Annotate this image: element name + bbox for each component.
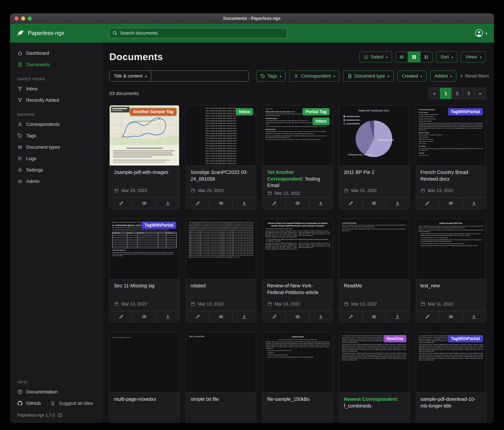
document-thumbnail[interactable]: Lorem ipsum dolor sit amet, consectetur … [339,332,409,393]
document-title[interactable]: sample-pdf-download-10-mb-longer-title [420,396,481,409]
document-card[interactable]: Lorem ipsum dolor sit amet, consectetur … [339,332,409,423]
document-title[interactable]: Sonstige ScanPC2022 03-24_081058 [191,169,252,182]
document-title[interactable]: Sec 11-Missing sig [114,283,175,289]
detail-view-button[interactable] [421,51,433,62]
pagination-page-2[interactable]: 2 [451,88,463,99]
reset-filters-button[interactable]: × Reset filters [460,73,489,79]
grid-view-button[interactable] [408,51,421,62]
document-title[interactable]: simple txt file [191,396,252,403]
edit-document-button[interactable] [110,311,133,322]
tag-badge[interactable]: Partial Tag [302,108,330,116]
document-type-filter-button[interactable]: Document type ▾ [343,71,394,82]
document-thumbnail[interactable]: This is the text that appears on the fir… [186,219,256,279]
document-thumbnail[interactable]: Patient BP Distribution 2011Normal, 232,… [339,105,409,166]
document-card[interactable]: This is a test file.simple txt file [186,332,256,423]
document-thumbnail[interactable]: Contact Sheet DemoGiven a set of image f… [339,219,409,279]
tag-badge[interactable]: Inbox [236,108,253,116]
sidebar-item-logs[interactable]: Logs [10,153,101,164]
sidebar-item-dashboard[interactable]: Dashboard [10,47,101,59]
document-card[interactable]: French Country BreadFor the Leaven:1 tea… [416,105,486,209]
sidebar-item-tags[interactable]: Tags [10,130,101,141]
tag-badge[interactable]: TagWithPartial [448,108,483,116]
sidebar-item-recently-added[interactable]: Recently Added [10,94,101,106]
document-card[interactable]: Lorem ipsum dolor sit amet, consectetur … [416,332,486,423]
document-title[interactable]: rotated [191,283,252,289]
document-thumbnail[interactable]: Lorem ipsum dolor sit amet, consectetur … [416,332,486,393]
document-title[interactable]: Yet Another Correspondent: Testing Email [267,169,328,189]
document-card[interactable]: Lorem ipsumLorem ipsum dolor sit amet, c… [262,332,333,423]
document-card[interactable]: Review of New York Federal Petitions for… [262,218,333,323]
view-document-button[interactable] [133,311,156,322]
download-document-button[interactable] [156,311,179,322]
sidebar-item-github[interactable]: GitHub [10,397,48,409]
pagination-next-button[interactable]: » [474,88,486,99]
zoom-window-button[interactable] [28,16,32,20]
document-card[interactable]: Application for Medical Staff Membership… [109,218,180,323]
document-thumbnail[interactable]: This is a test for the double space char… [186,105,256,166]
pagination-page-1[interactable]: 1 [440,88,452,99]
document-title[interactable]: Review-of-New-York-Federal-Petitions-art… [267,283,328,296]
view-document-button[interactable] [209,198,233,209]
app-brand[interactable]: Paperless-ngx [17,29,109,37]
document-card[interactable]: Release NotesSimba ODBC Driver for SQL S… [262,105,333,209]
sidebar-item-admin[interactable]: Admin [10,176,101,187]
document-thumbnail[interactable]: Review of New York Federal Petitions for… [263,219,333,279]
tag-badge[interactable]: Another Sample Tag [130,108,177,116]
tag-badge[interactable]: TagWithPartial [142,222,177,229]
sidebar-item-inbox[interactable]: Inbox [10,83,101,94]
tag-badge[interactable]: Inbox [313,118,330,125]
document-card[interactable]: Adobe Acrobat PDF FilesAdobe® Portable D… [416,218,486,323]
download-document-button[interactable] [462,198,486,209]
document-thumbnail[interactable]: Lorem ipsumLorem ipsum dolor sit amet, c… [263,332,333,393]
document-title[interactable]: 2011 BP Pie 2 [344,169,405,176]
document-title[interactable]: file-sample_150kBs [267,396,328,403]
global-search-input[interactable] [120,30,284,36]
edit-document-button[interactable] [186,198,209,209]
view-document-button[interactable] [209,311,233,322]
edit-document-button[interactable] [416,311,439,322]
close-window-button[interactable] [14,16,18,20]
document-card[interactable]: This is a test for the double space char… [186,105,256,209]
list-view-button[interactable] [395,51,408,62]
created-filter-button[interactable]: Created ▾ [397,71,427,82]
added-filter-button[interactable]: Added ▾ [430,71,456,82]
sidebar-item-correspondents[interactable]: Correspondents [10,119,101,130]
view-document-button[interactable] [133,198,156,209]
download-document-button[interactable] [386,198,409,209]
document-title[interactable]: Newest Correspondent: f_combineds [344,396,405,409]
correspondent-filter-button[interactable]: Correspondent ▾ [289,71,340,82]
edit-document-button[interactable] [263,198,286,209]
tag-badge[interactable]: TagWithPartial [448,335,483,343]
pagination-prev-button[interactable]: « [429,88,440,99]
select-button[interactable]: Select ▾ [359,51,392,62]
global-search[interactable] [109,28,287,38]
view-document-button[interactable] [439,198,462,209]
document-title[interactable]: multi-page-mixedxx [114,396,175,403]
views-button[interactable]: Views ▾ [461,51,486,62]
user-menu[interactable]: ▾ [475,29,487,37]
document-thumbnail[interactable]: French Country BreadFor the Leaven:1 tea… [416,105,486,166]
document-thumbnail[interactable]: Adobe Acrobat PDF FilesAdobe® Portable D… [416,219,486,279]
sidebar-item-suggest-an-idea[interactable]: Suggest an idea [48,397,100,409]
sidebar-item-documentation[interactable]: Documentation [10,386,101,397]
window-titlebar[interactable]: Documents - Paperless-ngx [10,13,494,24]
edit-document-button[interactable] [110,198,133,209]
edit-document-button[interactable] [416,198,439,209]
document-thumbnail[interactable]: Another Sample Tag [110,105,179,166]
download-document-button[interactable] [156,198,179,209]
edit-document-button[interactable] [186,311,209,322]
document-correspondent[interactable]: Newest Correspondent [344,396,397,402]
download-document-button[interactable] [309,198,332,209]
download-document-button[interactable] [309,311,332,322]
download-document-button[interactable] [233,198,256,209]
view-document-button[interactable] [362,311,386,322]
edit-document-button[interactable] [339,311,362,322]
minimize-window-button[interactable] [21,16,25,20]
title-content-dropdown[interactable]: Title & content ▾ [109,71,151,82]
document-card[interactable]: This is the text that appears on the fir… [186,218,256,323]
document-title[interactable]: 2sample-pdf-with-images [114,169,175,176]
document-thumbnail[interactable]: Application for Medical Staff Membership… [110,219,179,279]
document-title[interactable]: French Country Bread Revised.docx [420,169,481,182]
document-card[interactable]: Contact Sheet DemoGiven a set of image f… [339,218,409,323]
document-card[interactable]: Another Sample Tag2sample-pdf-with-image… [109,105,180,209]
